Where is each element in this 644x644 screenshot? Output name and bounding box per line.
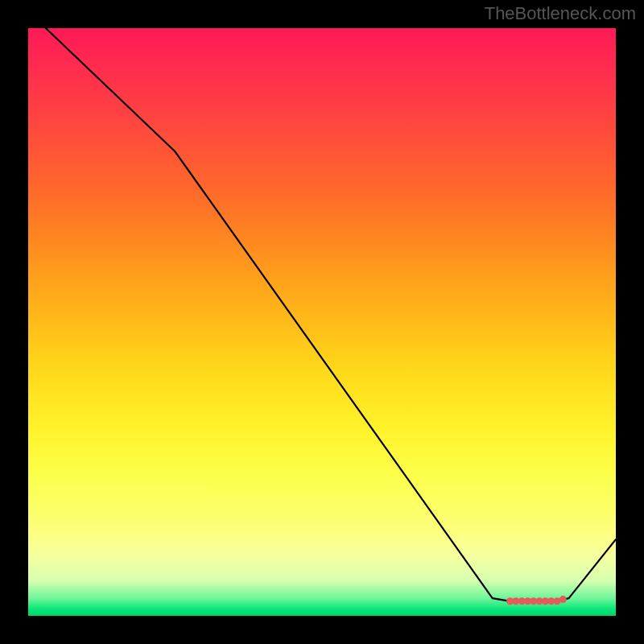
chart-svg	[28, 28, 616, 616]
attribution-text: TheBottleneck.com	[485, 3, 636, 24]
chart-line	[46, 28, 616, 601]
chart-plot-area	[28, 28, 616, 616]
chart-markers	[506, 596, 567, 605]
chart-marker	[559, 596, 567, 603]
